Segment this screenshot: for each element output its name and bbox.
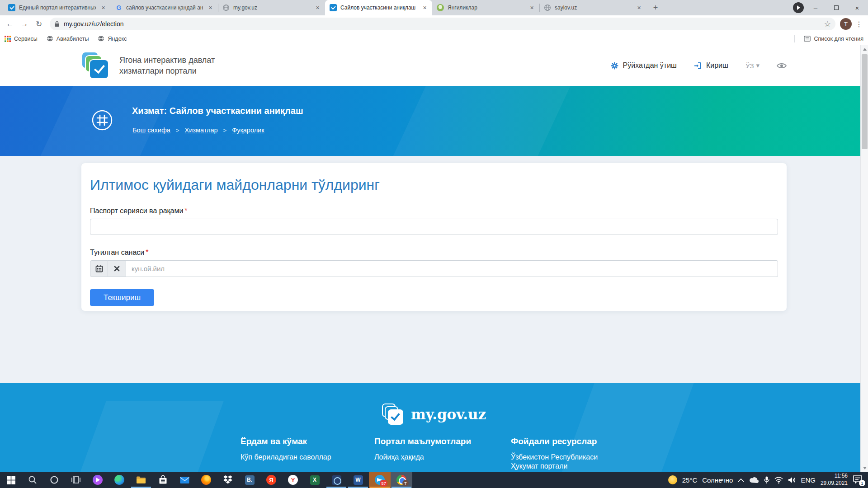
mail-button[interactable] — [174, 472, 195, 488]
excel-button[interactable]: X — [304, 472, 326, 488]
tab-close-icon[interactable]: × — [635, 4, 643, 12]
scrollbar[interactable] — [860, 45, 868, 472]
tab-close-icon[interactable]: × — [421, 4, 429, 12]
firefox-icon — [201, 475, 211, 485]
weather-temperature[interactable]: 25°C — [682, 476, 698, 484]
clock[interactable]: 11:56 29.09.2021 — [821, 473, 848, 487]
close-window-button[interactable]: × — [848, 1, 866, 14]
vk-button[interactable]: B. — [239, 472, 260, 488]
bookmark-label: Сервисы — [14, 36, 38, 42]
edge-button[interactable] — [108, 472, 130, 488]
search-button[interactable] — [22, 472, 43, 488]
tab-yangiliklar[interactable]: Янгиликлар × — [432, 0, 539, 15]
breadcrumb-services[interactable]: Хизматлар — [185, 127, 218, 134]
scroll-up-icon[interactable] — [861, 45, 868, 53]
bookmark-yandex[interactable]: Яндекс — [98, 35, 127, 42]
tab-mygovuz[interactable]: my.gov.uz × — [218, 0, 325, 15]
language-selector[interactable]: ЎЗ ▾ — [745, 61, 760, 70]
taskbar: B. Я Y X W 57 T 25°C Солнечно ENG 11:56 … — [0, 472, 868, 488]
clear-date-button[interactable] — [108, 260, 126, 277]
new-tab-button[interactable]: + — [649, 1, 662, 14]
back-button[interactable]: ← — [4, 18, 16, 30]
tray-chevron-up-icon[interactable] — [738, 478, 744, 482]
forward-button[interactable]: → — [18, 18, 31, 30]
birthdate-input[interactable] — [126, 260, 778, 277]
media-player-icon — [332, 475, 341, 485]
reload-button[interactable]: ↻ — [33, 18, 45, 30]
form-card: Илтимос қуйидаги майдонларни тўлдиринг П… — [81, 163, 787, 311]
login-button[interactable]: Кириш — [694, 61, 728, 70]
word-button[interactable]: W — [347, 472, 369, 488]
calendar-button[interactable] — [90, 260, 108, 277]
tab-saylovuz[interactable]: saylov.uz × — [539, 0, 646, 15]
speaker-icon[interactable] — [788, 477, 796, 483]
firefox-button[interactable] — [195, 472, 217, 488]
action-center-button[interactable]: 1 — [853, 475, 864, 485]
tab-close-icon[interactable]: × — [528, 4, 536, 12]
breadcrumb-separator: > — [223, 127, 227, 134]
bookmark-aviabilety[interactable]: Авиабилеты — [47, 35, 89, 42]
system-tray: 25°C Солнечно ENG 11:56 29.09.2021 1 — [668, 472, 868, 488]
bookmark-star-icon[interactable]: ☆ — [824, 19, 831, 29]
globe-icon — [47, 35, 53, 42]
breadcrumb-citizenship[interactable]: Фуқаролик — [232, 127, 264, 134]
check-submit-button[interactable]: Текшириш — [90, 289, 154, 306]
reading-list-button[interactable]: Список для чтения — [804, 35, 863, 42]
scrollbar-thumb[interactable] — [862, 54, 868, 149]
scroll-down-icon[interactable] — [861, 464, 868, 472]
mail-icon — [180, 476, 189, 484]
media-player-button[interactable] — [326, 472, 347, 488]
onedrive-cloud-icon[interactable] — [749, 477, 759, 483]
tab-close-icon[interactable]: × — [99, 4, 107, 12]
minimize-button[interactable]: – — [807, 1, 825, 14]
address-bar[interactable]: my.gov.uz/uz/election ☆ — [50, 18, 835, 30]
tab-saylov-uchastkasi-active[interactable]: Сайлов участкасини аниқлаш × — [325, 0, 432, 15]
browser-menu-icon[interactable]: ⋮ — [854, 20, 864, 28]
file-explorer-button[interactable] — [130, 472, 152, 488]
ms-store-button[interactable] — [152, 472, 174, 488]
passport-label: Паспорт серияси ва рақами* — [90, 207, 778, 215]
microphone-icon[interactable] — [764, 476, 769, 484]
footer-link-about[interactable]: Лойиҳа ҳақида — [374, 453, 511, 462]
breadcrumb-home[interactable]: Бош сахифа — [132, 127, 170, 134]
input-language[interactable]: ENG — [801, 476, 816, 484]
footer-link-gov-portal[interactable]: Ўзбекистон Республикаси Ҳукумат портали — [511, 453, 604, 471]
register-button[interactable]: Рўйхатдан ўтиш — [611, 61, 677, 70]
cortana-button[interactable] — [43, 472, 65, 488]
task-view-button[interactable] — [65, 472, 87, 488]
accessibility-eye-icon[interactable] — [777, 62, 787, 69]
restore-button[interactable] — [827, 1, 845, 14]
tab-close-icon[interactable]: × — [314, 4, 321, 12]
portal-logo-icon[interactable] — [81, 52, 109, 80]
bookmark-services[interactable]: Сервисы — [5, 36, 38, 42]
chrome-button[interactable]: T — [391, 472, 412, 488]
telegram-button[interactable]: 57 — [369, 472, 391, 488]
calendar-icon — [95, 265, 103, 272]
weather-description[interactable]: Солнечно — [702, 476, 733, 484]
reading-list-icon — [804, 35, 811, 42]
store-bag-icon — [159, 475, 167, 484]
weather-sun-icon[interactable] — [668, 475, 677, 484]
media-controls-icon[interactable] — [793, 2, 804, 13]
profile-avatar[interactable]: T — [840, 18, 852, 30]
url-text[interactable]: my.gov.uz/uz/election — [64, 20, 820, 28]
footer-column-resources: Фойдали ресурслар Ўзбекистон Республикас… — [511, 436, 660, 472]
tray-date: 29.09.2021 — [821, 480, 848, 487]
yandex-browser-button[interactable]: Y — [282, 472, 304, 488]
tab-close-icon[interactable]: × — [207, 4, 214, 12]
start-button[interactable] — [0, 472, 22, 488]
tab-google-search[interactable]: G сайлов участкасини қандай ани × — [111, 0, 218, 15]
passport-input[interactable] — [90, 219, 778, 235]
yandex-button[interactable]: Я — [260, 472, 282, 488]
wifi-icon[interactable] — [774, 477, 783, 483]
dropbox-button[interactable] — [217, 472, 239, 488]
footer-link-faq[interactable]: Кўп бериладиган саволлар — [241, 453, 374, 462]
alice-assistant-button[interactable] — [87, 472, 108, 488]
tab-ediniy-portal[interactable]: Единый портал интерактивных × — [4, 0, 111, 15]
page-viewport: Ягона интерактив давлат хизматлари порта… — [0, 45, 868, 472]
birthdate-label: Туғилган санаси* — [90, 249, 778, 257]
register-label: Рўйхатдан ўтиш — [623, 61, 677, 70]
globe-favicon-icon — [222, 4, 230, 11]
alice-icon — [93, 475, 103, 485]
portal-title: Ягона интерактив давлат хизматлари порта… — [119, 55, 215, 77]
